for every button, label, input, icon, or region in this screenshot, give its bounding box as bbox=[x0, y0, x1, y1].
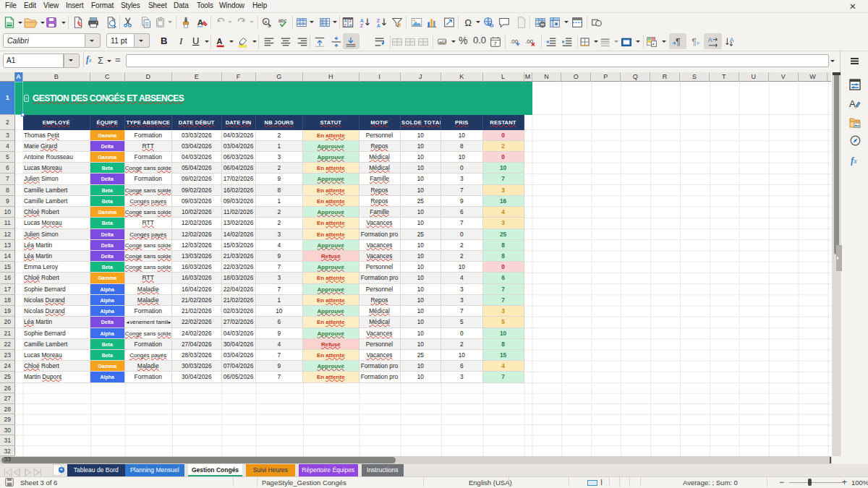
svg-text:A: A bbox=[349, 23, 352, 27]
svg-text:¶: ¶ bbox=[676, 37, 681, 47]
svg-text:Ω: Ω bbox=[465, 18, 472, 28]
svg-text:A: A bbox=[708, 36, 712, 43]
svg-text:7: 7 bbox=[493, 40, 496, 47]
svg-text:A: A bbox=[217, 37, 223, 46]
svg-text:A: A bbox=[730, 36, 734, 43]
svg-text:a: a bbox=[265, 20, 268, 24]
svg-text:d: d bbox=[268, 24, 270, 28]
svg-text:A: A bbox=[197, 18, 203, 27]
svg-text:A: A bbox=[849, 98, 856, 109]
svg-text:A: A bbox=[377, 23, 380, 28]
svg-text:¶: ¶ bbox=[692, 37, 697, 47]
svg-text:Z: Z bbox=[360, 23, 364, 28]
